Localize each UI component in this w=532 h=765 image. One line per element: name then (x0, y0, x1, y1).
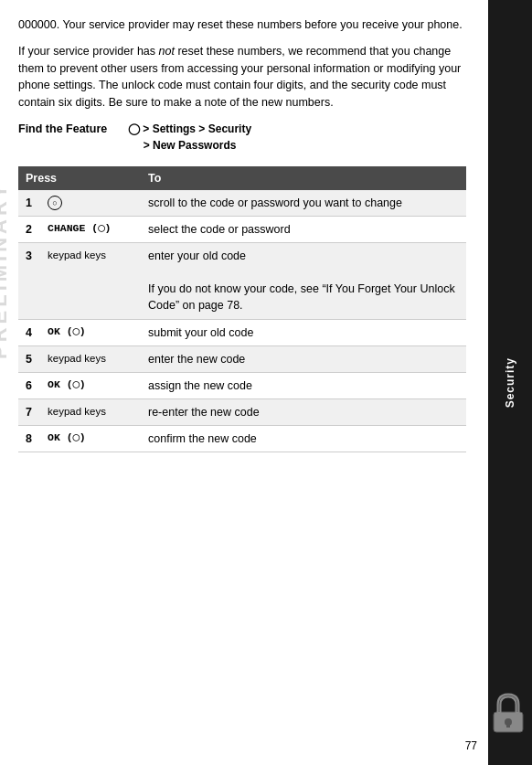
feature-path-line2: > New Passwords (144, 139, 237, 152)
watermark: PRELIMINARY (0, 277, 12, 359)
press-header: Press (18, 166, 141, 190)
table-row: 6 OK (◯) assign the new code (18, 372, 466, 398)
press-key: CHANGE (◯) (40, 216, 141, 242)
feature-path: ◯ > Settings > Security > New Passwords (128, 121, 251, 154)
action-text: enter the new code (141, 345, 466, 372)
action-text: select the code or password (141, 216, 466, 242)
step-number: 6 (18, 372, 40, 398)
step-number: 3 (18, 243, 40, 320)
main-content: 000000. Your service provider may reset … (18, 16, 466, 452)
intro-text: 000000. Your service provider may reset … (18, 16, 466, 112)
instruction-table: Press To 1 ○ scroll to the code or passw… (18, 166, 466, 452)
step-number: 5 (18, 345, 40, 372)
step-number: 7 (18, 398, 40, 425)
table-row: 1 ○ scroll to the code or password you w… (18, 190, 466, 217)
find-the-feature-label: Find the Feature (18, 121, 128, 135)
table-header-row: Press To (18, 166, 466, 190)
press-key: keypad keys (40, 243, 141, 320)
table-row: 5 keypad keys enter the new code (18, 345, 466, 372)
press-key: keypad keys (40, 345, 141, 372)
sidebar-label: Security (504, 357, 516, 408)
right-sidebar: Security (488, 0, 532, 765)
table-row: 3 keypad keys enter your old code If you… (18, 243, 466, 320)
intro-paragraph-1: 000000. Your service provider may reset … (18, 16, 466, 34)
page-container: PRELIMINARY Security 000000. Your servic… (0, 0, 532, 765)
step-number: 8 (18, 426, 40, 452)
table-row: 4 OK (◯) submit your old code (18, 319, 466, 345)
nav-circle-icon: ○ (48, 196, 62, 210)
action-text: enter your old code If you do not know y… (141, 243, 466, 320)
table-row: 2 CHANGE (◯) select the code or password (18, 216, 466, 242)
action-text: scroll to the code or password you want … (141, 190, 466, 217)
page-number: 77 (465, 739, 477, 752)
intro-paragraph-2: If your service provider has not reset t… (18, 43, 466, 112)
action-text: confirm the new code (141, 426, 466, 452)
step-number: 4 (18, 319, 40, 345)
feature-path-line1: ◯ > Settings > Security (128, 122, 251, 135)
table-row: 8 OK (◯) confirm the new code (18, 426, 466, 452)
table-row: 7 keypad keys re-enter the new code (18, 398, 466, 425)
svg-rect-2 (506, 723, 510, 728)
action-text: assign the new code (141, 372, 466, 398)
lock-icon (490, 692, 530, 738)
press-key: OK (◯) (40, 426, 141, 452)
press-key: OK (◯) (40, 372, 141, 398)
action-text: re-enter the new code (141, 398, 466, 425)
find-the-feature-section: Find the Feature ◯ > Settings > Security… (18, 121, 466, 154)
press-key: keypad keys (40, 398, 141, 425)
step-number: 2 (18, 216, 40, 242)
press-key: ○ (40, 190, 141, 217)
step-number: 1 (18, 190, 40, 217)
press-key: OK (◯) (40, 319, 141, 345)
action-text: submit your old code (141, 319, 466, 345)
to-header: To (141, 166, 466, 190)
